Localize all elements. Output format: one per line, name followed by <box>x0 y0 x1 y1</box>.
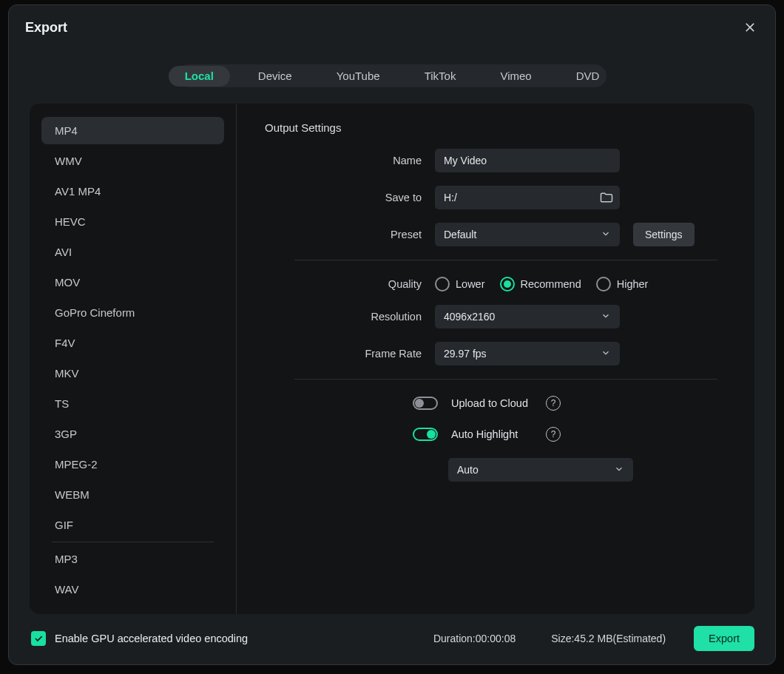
resolution-label: Resolution <box>265 311 435 323</box>
name-label: Name <box>265 155 435 166</box>
tab-local[interactable]: Local <box>169 66 230 87</box>
frame-rate-select[interactable]: 29.97 fps <box>435 342 620 365</box>
format-item-mov[interactable]: MOV <box>41 269 224 296</box>
export-tabs: LocalDeviceYouTubeTikTokVimeoDVD <box>178 64 606 87</box>
save-to-input[interactable] <box>435 186 620 209</box>
quality-radio-group: LowerRecommendHigher <box>435 277 648 291</box>
section-title: Output Settings <box>265 121 717 134</box>
format-item-3gp[interactable]: 3GP <box>41 420 224 448</box>
export-button[interactable]: Export <box>694 626 754 651</box>
radio-icon <box>596 277 611 291</box>
format-item-mp3[interactable]: MP3 <box>41 545 224 573</box>
dialog-footer: Enable GPU accelerated video encoding Du… <box>9 614 775 664</box>
chevron-down-icon <box>601 311 611 323</box>
settings-panel: MP4WMVAV1 MP4HEVCAVIMOVGoPro CineformF4V… <box>30 104 754 614</box>
separator <box>294 379 717 380</box>
format-list: MP4WMVAV1 MP4HEVCAVIMOVGoPro CineformF4V… <box>30 104 237 614</box>
quality-radio-higher[interactable]: Higher <box>596 277 649 291</box>
format-item-hevc[interactable]: HEVC <box>41 208 224 235</box>
chevron-down-icon <box>601 348 611 360</box>
tab-dvd[interactable]: DVD <box>560 66 616 87</box>
format-item-mp4[interactable]: MP4 <box>41 117 224 144</box>
close-button[interactable] <box>741 18 759 36</box>
format-item-av1-mp4[interactable]: AV1 MP4 <box>41 178 224 205</box>
tab-youtube[interactable]: YouTube <box>320 66 396 87</box>
close-icon <box>743 21 757 34</box>
name-input[interactable] <box>435 149 620 172</box>
frame-rate-value: 29.97 fps <box>444 348 487 360</box>
format-item-gif[interactable]: GIF <box>41 511 224 539</box>
highlight-mode-value: Auto <box>457 464 479 476</box>
tab-vimeo[interactable]: Vimeo <box>484 66 547 87</box>
chevron-down-icon <box>601 229 611 241</box>
help-upload-button[interactable]: ? <box>546 396 561 411</box>
format-item-mpeg-2[interactable]: MPEG-2 <box>41 451 224 478</box>
separator <box>294 260 717 260</box>
format-item-wmv[interactable]: WMV <box>41 147 224 175</box>
radio-icon <box>435 277 450 291</box>
preset-label: Preset <box>265 229 435 240</box>
chevron-down-icon <box>614 464 624 476</box>
auto-highlight-toggle[interactable] <box>413 428 438 441</box>
resolution-value: 4096x2160 <box>444 311 495 323</box>
tab-device[interactable]: Device <box>242 66 308 87</box>
format-item-f4v[interactable]: F4V <box>41 329 224 357</box>
dialog-title: Export <box>25 20 67 36</box>
export-dialog: Export LocalDeviceYouTubeTikTokVimeoDVD … <box>8 4 776 665</box>
format-separator <box>52 542 214 542</box>
format-item-avi[interactable]: AVI <box>41 238 224 266</box>
browse-folder-button[interactable] <box>599 190 614 205</box>
highlight-mode-select[interactable]: Auto <box>448 458 633 482</box>
gpu-checkbox[interactable] <box>31 631 46 646</box>
duration-info: Duration:00:00:08 <box>433 633 516 644</box>
format-item-wav[interactable]: WAV <box>41 576 224 603</box>
format-item-mkv[interactable]: MKV <box>41 360 224 387</box>
format-item-webm[interactable]: WEBM <box>41 481 224 508</box>
quality-radio-lower[interactable]: Lower <box>435 277 485 291</box>
quality-radio-recommend[interactable]: Recommend <box>500 277 581 291</box>
folder-icon <box>599 190 614 205</box>
preset-settings-button[interactable]: Settings <box>633 223 695 246</box>
radio-icon <box>500 277 515 291</box>
upload-cloud-toggle[interactable] <box>413 397 438 410</box>
format-item-gopro-cineform[interactable]: GoPro Cineform <box>41 299 224 326</box>
titlebar: Export <box>9 5 775 42</box>
gpu-label: Enable GPU accelerated video encoding <box>55 633 248 644</box>
save-to-label: Save to <box>265 192 435 203</box>
output-settings: Output Settings Name Save to Preset Defa… <box>237 104 754 614</box>
help-highlight-button[interactable]: ? <box>546 427 561 442</box>
format-item-ts[interactable]: TS <box>41 390 224 417</box>
frame-rate-label: Frame Rate <box>265 348 435 360</box>
tab-tiktok[interactable]: TikTok <box>408 66 473 87</box>
quality-label: Quality <box>265 278 435 290</box>
preset-select[interactable]: Default <box>435 223 620 246</box>
resolution-select[interactable]: 4096x2160 <box>435 305 620 328</box>
size-info: Size:45.2 MB(Estimated) <box>551 633 666 644</box>
check-icon <box>33 633 44 644</box>
auto-highlight-label: Auto Highlight <box>451 428 533 440</box>
preset-value: Default <box>444 229 476 240</box>
upload-cloud-label: Upload to Cloud <box>451 397 533 409</box>
